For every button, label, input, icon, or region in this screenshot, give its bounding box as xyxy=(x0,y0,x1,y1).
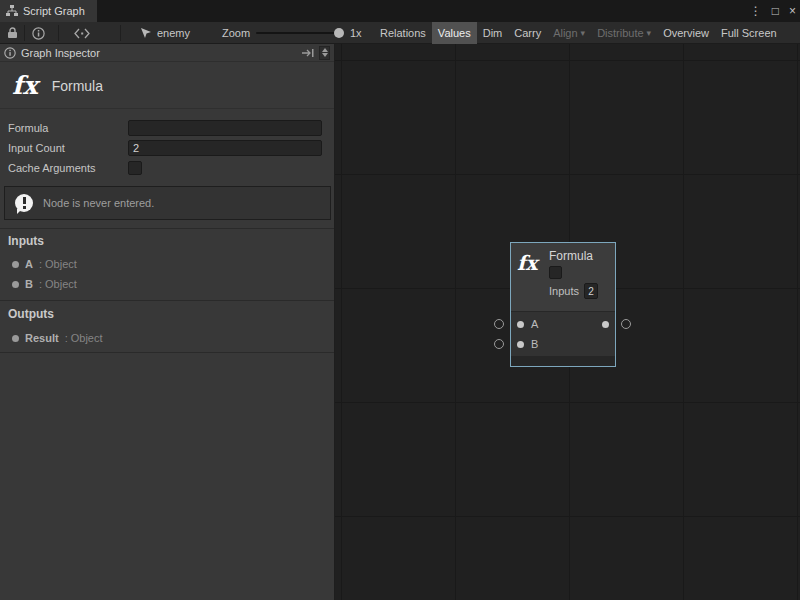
inputs-section-header: Inputs xyxy=(8,234,44,248)
chevron-down-icon xyxy=(322,53,328,57)
close-icon[interactable]: × xyxy=(789,4,796,18)
chevron-down-icon: ▾ xyxy=(647,28,652,38)
formula-node-header: fx Formula Inputs 2 xyxy=(511,243,615,311)
full-screen-button[interactable]: Full Screen xyxy=(715,22,783,44)
port-dot-icon xyxy=(12,261,19,268)
graph-inspector-panel: Graph Inspector fx Formula Formula Input… xyxy=(0,44,335,600)
toolbar-separator xyxy=(58,25,59,41)
zoom-value: 1x xyxy=(350,27,362,39)
input-count-row: Input Count xyxy=(0,140,334,156)
input-count-label: Input Count xyxy=(8,142,65,154)
graph-toolbar: enemy Zoom 1x Relations Values Dim Carry… xyxy=(0,22,800,44)
window-tab-bar: Script Graph ⋮ □ × xyxy=(0,0,800,22)
toolbar-separator xyxy=(120,25,121,41)
cursor-icon xyxy=(140,27,152,39)
graph-canvas[interactable]: fx Formula Inputs 2 A B xyxy=(335,44,800,600)
input-port-b-dot[interactable] xyxy=(517,341,524,348)
formula-node[interactable]: fx Formula Inputs 2 A B xyxy=(510,242,616,367)
node-shadow xyxy=(511,356,615,366)
zoom-slider-thumb[interactable] xyxy=(334,28,344,38)
node-formula-field[interactable] xyxy=(549,266,562,279)
window-controls: ⋮ □ × xyxy=(750,0,796,22)
section-divider xyxy=(0,352,334,353)
input-port-a-dot[interactable] xyxy=(517,321,524,328)
carry-button[interactable]: Carry xyxy=(508,22,547,44)
formula-fx-icon: fx xyxy=(12,71,38,100)
outputs-section-header: Outputs xyxy=(8,307,54,321)
output-port-result-dot[interactable] xyxy=(602,321,609,328)
node-title: Formula xyxy=(549,247,598,265)
warning-box: Node is never entered. xyxy=(4,186,331,220)
connection-ring-input-b[interactable] xyxy=(494,339,504,349)
info-icon[interactable] xyxy=(30,25,46,41)
code-icon[interactable] xyxy=(74,25,90,41)
tab-script-graph[interactable]: Script Graph xyxy=(0,0,97,22)
cache-arguments-checkbox[interactable] xyxy=(128,161,142,175)
inspector-title: Graph Inspector xyxy=(21,47,100,59)
formula-field-label: Formula xyxy=(8,122,48,134)
input-port-a: A : Object xyxy=(0,255,334,273)
maximize-icon[interactable]: □ xyxy=(772,4,779,18)
relations-button[interactable]: Relations xyxy=(374,22,432,44)
distribute-dropdown[interactable]: Distribute ▾ xyxy=(591,22,657,44)
toolbar-buttons: Relations Values Dim Carry Align ▾ Distr… xyxy=(374,22,800,44)
cache-arguments-label: Cache Arguments xyxy=(8,162,95,174)
node-inputs-label: Inputs xyxy=(549,285,579,297)
warning-text: Node is never entered. xyxy=(43,197,154,209)
scroll-stepper[interactable] xyxy=(319,46,330,60)
warning-icon-tail xyxy=(17,209,22,214)
window-menu-icon[interactable]: ⋮ xyxy=(750,4,762,18)
align-dropdown[interactable]: Align ▾ xyxy=(547,22,591,44)
warning-icon xyxy=(15,194,33,212)
formula-field-row: Formula xyxy=(0,120,334,136)
section-divider xyxy=(0,228,334,229)
section-divider xyxy=(0,300,334,301)
input-port-b: B : Object xyxy=(0,275,334,293)
port-dot-icon xyxy=(12,335,19,342)
zoom-label: Zoom xyxy=(222,27,250,39)
info-icon xyxy=(4,47,16,59)
formula-fx-icon: fx xyxy=(517,251,543,307)
dock-arrow-icon[interactable] xyxy=(301,47,315,59)
toolbar-separator xyxy=(24,25,25,41)
chevron-up-icon xyxy=(322,48,328,52)
overview-button[interactable]: Overview xyxy=(657,22,715,44)
values-button[interactable]: Values xyxy=(432,22,477,44)
chevron-down-icon: ▾ xyxy=(581,28,586,38)
node-port-row-a: A xyxy=(511,314,615,334)
formula-node-ports: A B xyxy=(511,311,615,356)
input-count-input[interactable] xyxy=(128,140,322,156)
unit-title-block: fx Formula xyxy=(0,63,334,109)
node-port-row-b: B xyxy=(511,334,615,354)
graph-target-label: enemy xyxy=(157,27,190,39)
output-port-result: Result : Object xyxy=(0,329,334,347)
inspector-header: Graph Inspector xyxy=(0,44,334,62)
lock-icon[interactable] xyxy=(4,25,20,41)
tab-label: Script Graph xyxy=(23,5,85,17)
port-dot-icon xyxy=(12,281,19,288)
graph-target[interactable]: enemy xyxy=(140,22,190,44)
unit-name: Formula xyxy=(52,78,103,94)
formula-input[interactable] xyxy=(128,120,322,136)
script-graph-icon xyxy=(6,5,18,17)
cache-arguments-row: Cache Arguments xyxy=(0,160,334,176)
connection-ring-input-a[interactable] xyxy=(494,319,504,329)
connection-ring-output[interactable] xyxy=(621,319,631,329)
zoom-slider-track[interactable] xyxy=(256,32,342,34)
node-input-count-field[interactable]: 2 xyxy=(584,283,598,299)
dim-button[interactable]: Dim xyxy=(477,22,509,44)
